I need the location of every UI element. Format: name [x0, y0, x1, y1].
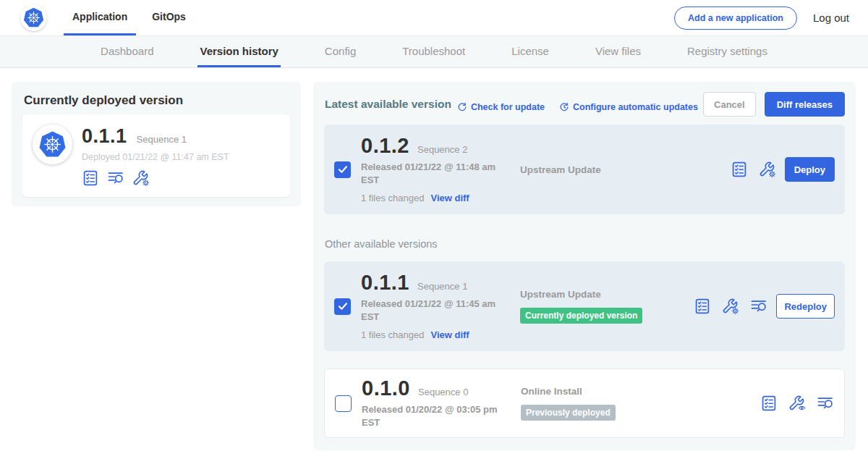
preflight-checks-icon[interactable] [760, 395, 778, 412]
version-checkbox[interactable] [334, 298, 351, 315]
nav-application[interactable]: Application [64, 0, 136, 35]
version-number: 0.1.0 [362, 378, 410, 399]
view-config-icon[interactable] [788, 395, 806, 412]
version-number: 0.1.2 [361, 135, 409, 156]
tab-version-history[interactable]: Version history [197, 36, 280, 67]
deployed-version-card: 0.1.1 Sequence 1 Deployed 01/21/22 @ 11:… [22, 114, 290, 197]
sequence-label: Sequence 1 [417, 281, 467, 292]
preflight-checks-icon[interactable] [694, 298, 711, 315]
logout-link[interactable]: Log out [813, 12, 849, 24]
cancel-button[interactable]: Cancel [703, 92, 756, 117]
currently-deployed-badge: Currently deployed version [520, 308, 642, 324]
app-icon [33, 125, 72, 164]
view-diff-link[interactable]: View diff [430, 329, 469, 340]
deployed-version-number: 0.1.1 [82, 126, 127, 146]
auto-update-icon [558, 101, 570, 113]
available-versions-panel: Latest available version Check for updat… [313, 82, 856, 450]
tab-troubleshoot[interactable]: Troubleshoot [400, 36, 467, 67]
tab-dashboard[interactable]: Dashboard [98, 36, 156, 67]
tab-config[interactable]: Config [323, 36, 358, 67]
sequence-label: Sequence 2 [417, 144, 467, 155]
version-source: Upstream Update [520, 289, 694, 300]
edit-config-icon[interactable] [132, 169, 150, 187]
view-logs-icon[interactable] [107, 169, 124, 187]
released-date: Released 01/21/22 @ 11:45 am EST [361, 298, 500, 323]
tab-license[interactable]: License [509, 36, 551, 67]
version-row-0-1-0: 0.1.0 Sequence 0 Released 01/20/22 @ 03:… [324, 369, 845, 438]
version-row-0-1-1: 0.1.1 Sequence 1 Released 01/21/22 @ 11:… [324, 261, 845, 351]
deployed-date: Deployed 01/21/22 @ 11:47 am EST [82, 152, 229, 162]
view-logs-icon[interactable] [817, 395, 834, 412]
files-changed: 1 files changed [361, 193, 424, 203]
version-checkbox[interactable] [334, 161, 351, 178]
deployed-sequence-label: Sequence 1 [137, 134, 187, 145]
currently-deployed-panel: Currently deployed version 0.1.1 Sequenc… [12, 82, 301, 206]
top-nav: Application GitOps [64, 0, 202, 35]
diff-releases-button[interactable]: Diff releases [765, 92, 845, 117]
version-row-0-1-2: 0.1.2 Sequence 2 Released 01/21/22 @ 11:… [324, 125, 845, 214]
tab-view-files[interactable]: View files [593, 36, 643, 67]
redeploy-button[interactable]: Redeploy [776, 294, 835, 319]
add-new-application-button[interactable]: Add a new application [674, 7, 797, 30]
check-for-update-link[interactable]: Check for update [456, 101, 545, 113]
view-diff-link[interactable]: View diff [430, 193, 469, 203]
deployed-panel-title: Currently deployed version [24, 93, 290, 108]
latest-available-title: Latest available version [325, 98, 451, 111]
version-number: 0.1.1 [361, 272, 409, 293]
nav-gitops[interactable]: GitOps [143, 0, 195, 35]
sequence-label: Sequence 0 [418, 387, 468, 397]
view-logs-icon[interactable] [750, 298, 767, 315]
version-source: Upstream Update [520, 164, 731, 175]
files-changed: 1 files changed [361, 329, 424, 340]
app-subnav-tabs: Dashboard Version history Config Trouble… [0, 35, 868, 68]
kubernetes-logo-icon [22, 7, 45, 29]
released-date: Released 01/21/22 @ 11:48 am EST [361, 161, 500, 186]
version-checkbox[interactable] [335, 395, 352, 412]
released-date: Released 01/20/22 @ 03:05 pm EST [362, 403, 501, 429]
other-available-versions-title: Other available versions [325, 238, 843, 250]
tab-registry-settings[interactable]: Registry settings [685, 36, 770, 67]
edit-config-icon[interactable] [759, 161, 776, 178]
previously-deployed-badge: Previously deployed [521, 405, 616, 421]
preflight-checks-icon[interactable] [731, 161, 748, 178]
version-source: Online Install [521, 386, 760, 397]
preflight-checks-icon[interactable] [82, 169, 99, 187]
configure-automatic-updates-link[interactable]: Configure automatic updates [558, 101, 698, 113]
refresh-icon [456, 101, 468, 113]
kubernetes-app-icon [38, 130, 67, 159]
edit-config-icon[interactable] [722, 298, 739, 315]
app-logo [20, 0, 47, 35]
deploy-button[interactable]: Deploy [785, 157, 835, 182]
top-navigation-bar: Application GitOps Add a new application… [0, 0, 868, 35]
